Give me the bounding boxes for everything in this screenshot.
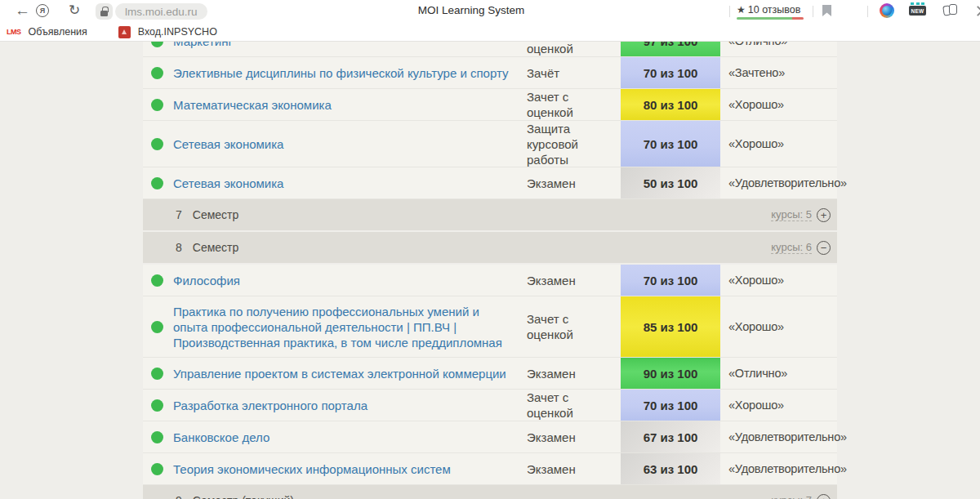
semester-title: Семестр: [193, 208, 239, 221]
rating-bar: [737, 17, 804, 20]
status-dot-icon: [151, 42, 163, 47]
score-cell: 70 из 100: [621, 390, 720, 421]
bookmark-inpsycho-login[interactable]: Вход.INPSYCHO: [138, 26, 217, 38]
course-row: Философия Экзамен 70 из 100 «Хорошо»: [143, 265, 837, 296]
lock-icon: [100, 11, 108, 16]
status-dot-icon: [151, 463, 163, 475]
grade-label: «Удовлетворительно»: [720, 421, 837, 452]
collections-icon[interactable]: [943, 4, 958, 16]
status-dot-icon: [151, 138, 163, 150]
inpsycho-favicon: [118, 26, 131, 38]
reviews-count: 10 отзывов: [748, 4, 801, 16]
grade-label: «Удовлетворительно»: [720, 453, 837, 484]
reload-button[interactable]: ↻: [69, 2, 80, 19]
back-button[interactable]: ←: [15, 2, 30, 19]
status-dot-icon: [151, 431, 163, 443]
grade-label: «Отлично»: [720, 358, 837, 389]
ssl-lock-chip[interactable]: [96, 3, 113, 20]
exam-type: Экзамен: [527, 265, 621, 296]
course-link[interactable]: Математическая экономика: [173, 97, 332, 113]
course-link[interactable]: Практика по получению профессиональных у…: [173, 304, 515, 350]
course-row: Практика по получению профессиональных у…: [143, 296, 837, 358]
grade-label: «Отлично»: [720, 42, 837, 56]
score-cell: 97 из 100: [621, 42, 720, 56]
toolbar-divider: [729, 6, 730, 17]
grade-label: «Хорошо»: [720, 265, 837, 296]
score-cell: 70 из 100: [621, 57, 720, 88]
status-dot-icon: [151, 177, 163, 189]
exam-type: Зачет с оценкой: [527, 42, 621, 56]
reviews-button[interactable]: ★10 отзывов: [737, 4, 800, 16]
status-dot-icon: [151, 274, 163, 287]
score-cell: 63 из 100: [621, 453, 720, 484]
course-row: Разработка электронного портала Зачет с …: [143, 390, 837, 421]
rating-bar-positive: [737, 17, 792, 20]
new-badge: NEW: [909, 6, 926, 16]
course-row: Маркетинг Зачет с оценкой 97 из 100 «Отл…: [143, 42, 837, 57]
score-cell: 70 из 100: [621, 265, 720, 296]
exam-type: Зачет с оценкой: [527, 390, 621, 421]
toolbar-divider: [813, 6, 813, 17]
course-link[interactable]: Элективные дисциплины по физической куль…: [173, 65, 508, 81]
grades-table: Маркетинг Зачет с оценкой 97 из 100 «Отл…: [143, 42, 837, 499]
expand-icon[interactable]: +: [817, 208, 831, 222]
page-content: Маркетинг Зачет с оценкой 97 из 100 «Отл…: [0, 42, 980, 499]
grade-label: «Хорошо»: [720, 121, 837, 167]
browser-toolbar: ← Я ↻ lms.moi.edu.ru MOI Learning System…: [0, 0, 980, 23]
new-extension-icon[interactable]: NEW: [909, 2, 926, 16]
grade-label: «Хорошо»: [720, 296, 837, 357]
score-cell: 90 из 100: [621, 358, 720, 389]
collapse-icon[interactable]: −: [817, 241, 831, 255]
overflow-chevron-icon[interactable]: [973, 6, 980, 16]
course-link[interactable]: Управление проектом в системах электронн…: [173, 366, 506, 381]
address-bar[interactable]: lms.moi.edu.ru: [115, 3, 207, 20]
bookmark-announcements[interactable]: Объявления: [29, 26, 87, 38]
course-row: Элективные дисциплины по физической куль…: [143, 57, 837, 89]
semester-row[interactable]: 7 Семестр курсы: 5 +: [143, 199, 837, 232]
exam-type: Экзамен: [527, 358, 621, 389]
course-link[interactable]: Разработка электронного портала: [173, 398, 368, 413]
courses-count-link[interactable]: курсы: 5: [771, 208, 812, 221]
course-link[interactable]: Теория экономических информационных сист…: [173, 461, 451, 477]
course-link[interactable]: Маркетинг: [173, 42, 233, 49]
course-row: Сетевая экономика Защита курсовой работы…: [143, 121, 837, 167]
status-dot-icon: [151, 321, 163, 333]
score-cell: 85 из 100: [621, 296, 720, 357]
lms-favicon: LMS: [7, 28, 21, 36]
semester-number: 7: [176, 208, 182, 221]
expand-icon[interactable]: +: [817, 494, 831, 499]
semester-number: 9: [176, 494, 182, 499]
course-row: Теория экономических информационных сист…: [143, 453, 837, 485]
course-link[interactable]: Сетевая экономика: [173, 136, 283, 152]
extension-browser-icon[interactable]: [880, 3, 894, 18]
semester-row[interactable]: 9 Семестр (текущий) курсы: 7 +: [143, 485, 837, 499]
grade-label: «Зачтено»: [720, 57, 837, 88]
semester-title: Семестр (текущий): [193, 494, 294, 499]
exam-type: Зачет с оценкой: [527, 296, 621, 357]
grade-label: «Хорошо»: [720, 89, 837, 120]
score-cell: 70 из 100: [621, 121, 720, 167]
semester-number: 8: [176, 241, 182, 254]
status-dot-icon: [151, 399, 163, 412]
exam-type: Защита курсовой работы: [527, 121, 621, 167]
page-title: MOI Learning System: [418, 4, 525, 16]
toolbar-divider: [867, 6, 868, 17]
score-cell: 80 из 100: [621, 89, 720, 120]
course-row: Банковское дело Экзамен 67 из 100 «Удовл…: [143, 421, 837, 453]
course-row: Сетевая экономика Экзамен 50 из 100 «Удо…: [143, 167, 837, 199]
courses-count-link[interactable]: курсы: 7: [771, 494, 812, 499]
extension-browser-icon-inner: [882, 6, 892, 16]
grade-label: «Хорошо»: [720, 390, 837, 421]
score-cell: 50 из 100: [621, 167, 720, 198]
course-link[interactable]: Банковское дело: [173, 430, 270, 445]
courses-count-link[interactable]: курсы: 6: [771, 241, 812, 254]
course-row: Управление проектом в системах электронн…: [143, 358, 837, 390]
bookmark-icon[interactable]: [822, 5, 831, 16]
course-link[interactable]: Сетевая экономика: [173, 176, 283, 191]
course-link[interactable]: Философия: [173, 273, 240, 288]
exam-type: Экзамен: [527, 453, 621, 484]
status-dot-icon: [151, 67, 163, 79]
yandex-icon[interactable]: Я: [36, 4, 49, 17]
semester-row[interactable]: 8 Семестр курсы: 6 −: [143, 232, 837, 265]
status-dot-icon: [151, 368, 163, 380]
